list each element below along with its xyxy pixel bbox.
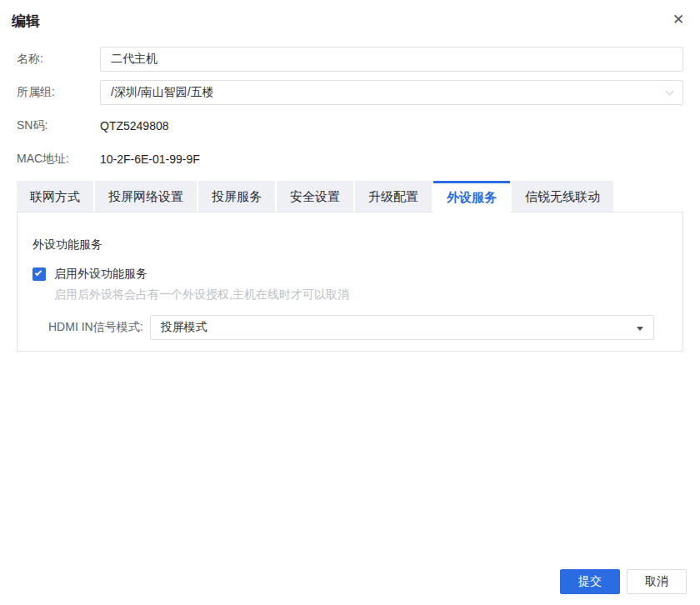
sn-value: QTZ5249808 bbox=[100, 119, 169, 132]
caret-down-icon bbox=[637, 327, 643, 331]
enable-peripheral-label: 启用外设功能服务 bbox=[54, 267, 148, 282]
peripheral-panel: 外设功能服务 启用外设功能服务 启用后外设将会占有一个外设授权,主机在线时才可以… bbox=[17, 212, 683, 352]
form-row-name: 名称: bbox=[17, 47, 683, 72]
dialog-footer: 提交 取消 bbox=[560, 569, 687, 594]
dialog-header: 编辑 ✕ bbox=[0, 0, 700, 31]
sn-label: SN码: bbox=[17, 118, 100, 133]
submit-button[interactable]: 提交 bbox=[560, 569, 620, 594]
hdmi-row: HDMI IN信号模式: 投屏模式 bbox=[32, 315, 668, 340]
name-input[interactable] bbox=[100, 47, 683, 72]
tab-cast-network[interactable]: 投屏网络设置 bbox=[95, 181, 197, 212]
tab-bar: 联网方式 投屏网络设置 投屏服务 安全设置 升级配置 外设服务 信锐无线联动 bbox=[17, 181, 683, 212]
form-row-sn: SN码: QTZ5249808 bbox=[17, 113, 683, 138]
group-select[interactable] bbox=[100, 80, 683, 105]
cancel-button[interactable]: 取消 bbox=[627, 569, 687, 594]
group-label: 所属组: bbox=[17, 85, 100, 100]
enable-peripheral-row[interactable]: 启用外设功能服务 bbox=[32, 267, 668, 282]
tab-security[interactable]: 安全设置 bbox=[277, 181, 353, 212]
mac-label: MAC地址: bbox=[17, 152, 100, 167]
form-row-mac: MAC地址: 10-2F-6E-01-99-9F bbox=[17, 147, 683, 172]
tab-cast-service[interactable]: 投屏服务 bbox=[198, 181, 275, 212]
edit-dialog: 编辑 ✕ 名称: 所属组: SN码: QTZ5249808 MAC地址: 10-… bbox=[0, 0, 700, 605]
enable-peripheral-checkbox[interactable] bbox=[32, 268, 46, 281]
check-icon bbox=[35, 269, 42, 276]
edit-form: 名称: 所属组: SN码: QTZ5249808 MAC地址: 10-2F-6E… bbox=[0, 47, 700, 172]
tab-peripheral[interactable]: 外设服务 bbox=[433, 181, 510, 212]
hdmi-mode-value: 投屏模式 bbox=[161, 320, 208, 335]
hdmi-mode-label: HDMI IN信号模式: bbox=[48, 320, 143, 335]
dialog-title: 编辑 bbox=[12, 13, 40, 29]
section-title: 外设功能服务 bbox=[32, 238, 668, 252]
tab-upgrade[interactable]: 升级配置 bbox=[355, 181, 432, 212]
mac-value: 10-2F-6E-01-99-9F bbox=[100, 152, 200, 166]
close-icon[interactable]: ✕ bbox=[670, 12, 687, 28]
tab-sundray-wireless[interactable]: 信锐无线联动 bbox=[512, 181, 613, 212]
tab-network-mode[interactable]: 联网方式 bbox=[17, 181, 93, 212]
name-label: 名称: bbox=[17, 52, 100, 67]
tabs-area: 联网方式 投屏网络设置 投屏服务 安全设置 升级配置 外设服务 信锐无线联动 外… bbox=[17, 181, 683, 352]
peripheral-helper-text: 启用后外设将会占有一个外设授权,主机在线时才可以取消 bbox=[54, 288, 668, 302]
form-row-group: 所属组: bbox=[17, 80, 683, 105]
hdmi-mode-select[interactable]: 投屏模式 bbox=[150, 315, 654, 340]
